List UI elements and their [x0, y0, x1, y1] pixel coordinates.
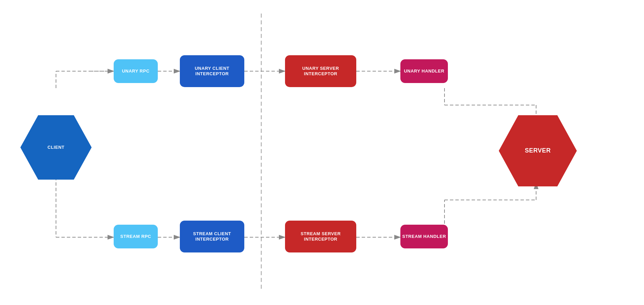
unary-handler-node: UNARY HANDLER — [400, 59, 448, 83]
stream-handler-node: STREAM HANDLER — [400, 225, 448, 248]
server-label: SERVER — [525, 147, 551, 155]
stream-client-interceptor-label: STREAM CLIENT INTERCEPTOR — [180, 231, 244, 242]
unary-server-interceptor-node: UNARY SERVER INTERCEPTOR — [285, 55, 356, 87]
client-label: CLIENT — [48, 145, 64, 150]
unary-rpc-label: UNARY RPC — [122, 68, 149, 74]
unary-server-interceptor-label: UNARY SERVER INTERCEPTOR — [285, 66, 356, 76]
unary-client-interceptor-label: UNARY CLIENT INTERCEPTOR — [180, 66, 244, 76]
stream-client-interceptor-node: STREAM CLIENT INTERCEPTOR — [180, 221, 244, 252]
unary-client-interceptor-node: UNARY CLIENT INTERCEPTOR — [180, 55, 244, 87]
diagram-container: CLIENT SERVER UNARY RPC UNARY CLIENT INT… — [0, 0, 644, 305]
stream-handler-label: STREAM HANDLER — [402, 234, 446, 239]
unary-rpc-node: UNARY RPC — [114, 59, 158, 83]
unary-handler-label: UNARY HANDLER — [404, 68, 444, 74]
stream-server-interceptor-label: STREAM SERVER INTERCEPTOR — [285, 231, 356, 242]
stream-rpc-node: STREAM RPC — [114, 225, 158, 248]
stream-server-interceptor-node: STREAM SERVER INTERCEPTOR — [285, 221, 356, 252]
stream-rpc-label: STREAM RPC — [120, 234, 151, 239]
